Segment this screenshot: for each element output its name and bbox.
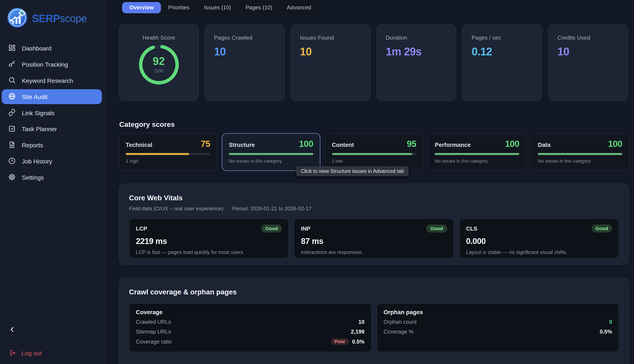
logout-icon — [9, 349, 16, 356]
sidebar-item-label: Reports — [22, 142, 43, 148]
vitals-row: LCPGood 2219 ms LCP is fast — pages load… — [129, 218, 619, 258]
sidebar-item-reports[interactable]: Reports — [2, 138, 102, 152]
chevron-left-icon[interactable] — [8, 326, 16, 334]
category-card-content[interactable]: Content95 1 low — [325, 133, 423, 171]
category-card-data[interactable]: Data100 No issues in this category — [531, 133, 629, 171]
vital-value: 87 ms — [301, 236, 447, 246]
category-scores-row: Technical75 1 high Structure100 No issue… — [119, 133, 629, 171]
logout-button[interactable]: Log out — [0, 341, 106, 364]
tab-overview[interactable]: Overview — [122, 2, 161, 13]
category-progress-fill — [435, 153, 519, 155]
sidebar-item-job-history[interactable]: Job History — [2, 154, 102, 169]
row-value-text: 0.5% — [352, 338, 364, 344]
sidebar-item-label: Task Planner — [22, 126, 57, 132]
stat-card-credits-used: Credits Used 10 — [548, 24, 628, 101]
audit-tabbar: Overview Priorities Issues (10) Pages (1… — [120, 0, 320, 15]
sidebar-item-label: Position Tracking — [22, 61, 68, 68]
category-progress-fill — [229, 153, 313, 155]
orphan-panel-title: Orphan pages — [383, 309, 612, 315]
vital-name: INP — [301, 225, 310, 232]
category-name: Content — [332, 142, 354, 148]
row-label: Orphan count — [383, 319, 416, 325]
status-badge-good: Good — [426, 224, 447, 233]
sidebar-item-label: Settings — [22, 174, 44, 181]
vital-card-cls: CLSGood 0.000 Layout is stable — no sign… — [459, 218, 619, 258]
sidebar-item-label: Keyword Research — [22, 77, 73, 84]
tab-pages[interactable]: Pages (10) — [238, 2, 280, 13]
status-badge-poor: Poor — [331, 338, 349, 345]
category-name: Structure — [229, 142, 255, 148]
core-web-vitals-card: Core Web Vitals Field data (CrUX – real … — [119, 184, 629, 265]
dashboard-icon — [8, 44, 16, 53]
key-icon — [8, 60, 16, 69]
sidebar: SERPscope Dashboard Position Tracking Ke… — [0, 0, 106, 364]
sidebar-item-label: Link Signals — [22, 110, 54, 116]
sidebar-item-link-signals[interactable]: Link Signals — [2, 105, 102, 120]
category-card-technical[interactable]: Technical75 1 high — [119, 133, 217, 171]
category-note: No issues in this category — [538, 158, 622, 164]
health-score-max: /100 — [154, 68, 163, 73]
table-row: Crawled URLs 10 — [136, 319, 364, 325]
sidebar-nav: Dashboard Position Tracking Keyword Rese… — [0, 41, 106, 186]
stat-card-duration: Duration 1m 29s — [376, 24, 456, 101]
vital-name: CLS — [466, 225, 477, 232]
vital-name: LCP — [136, 225, 147, 232]
vital-value: 0.000 — [466, 236, 612, 246]
crawl-coverage-title: Crawl coverage & orphan pages — [129, 288, 619, 296]
app-viewport: SERPscope Dashboard Position Tracking Ke… — [0, 0, 634, 364]
category-progress-track — [435, 153, 519, 155]
category-progress-fill — [538, 153, 622, 155]
row-label: Sitemap URLs — [136, 329, 171, 334]
tab-priorities[interactable]: Priorities — [161, 2, 197, 13]
category-note: 1 high — [126, 158, 210, 164]
category-name: Data — [538, 142, 551, 148]
category-score: 100 — [505, 139, 519, 149]
row-value: 0.5% — [600, 329, 612, 334]
coverage-panel: Coverage Crawled URLs 10 Sitemap URLs 2,… — [129, 303, 371, 352]
stat-label: Health Score — [128, 34, 189, 41]
sidebar-item-label: Site Audit — [22, 93, 47, 100]
stat-label: Duration — [386, 34, 447, 41]
vital-card-inp: INPGood 87 ms Interactions are responsiv… — [294, 218, 454, 258]
serpscope-logo-icon — [7, 7, 28, 30]
brand-name: SERPscope — [32, 12, 87, 25]
table-row: Coverage ratio Poor0.5% — [136, 338, 364, 345]
table-row: Coverage % 0.5% — [383, 329, 612, 334]
brand-logo: SERPscope — [7, 7, 87, 30]
sidebar-item-keyword-research[interactable]: Keyword Research — [2, 73, 102, 88]
structure-tooltip: Click to view Structure issues in Advanc… — [296, 166, 408, 176]
stat-label: Pages Crawled — [214, 34, 275, 41]
stat-label: Pages / sec — [472, 34, 533, 41]
sidebar-collapse-strip — [0, 318, 106, 341]
tab-advanced[interactable]: Advanced — [280, 2, 318, 13]
crawl-coverage-card: Crawl coverage & orphan pages Coverage C… — [119, 278, 629, 364]
stat-value: 10 — [557, 46, 619, 58]
crawl-panels-row: Coverage Crawled URLs 10 Sitemap URLs 2,… — [129, 303, 619, 352]
stat-card-health-score: Health Score 92 /100 — [119, 24, 199, 101]
sidebar-item-settings[interactable]: Settings — [2, 170, 102, 185]
link-icon — [8, 108, 16, 117]
sidebar-item-dashboard[interactable]: Dashboard — [2, 41, 102, 56]
globe-icon — [8, 92, 16, 101]
search-icon — [8, 76, 16, 85]
row-value: 2,199 — [351, 329, 364, 334]
stat-value: 10 — [300, 46, 361, 58]
tab-issues[interactable]: Issues (10) — [197, 2, 238, 13]
sidebar-item-task-planner[interactable]: Task Planner — [2, 122, 102, 136]
category-progress-fill — [126, 153, 189, 155]
category-score: 95 — [407, 139, 416, 149]
stat-value: 0.12 — [472, 46, 533, 58]
category-card-structure[interactable]: Structure100 No issues in this category — [222, 133, 320, 171]
document-icon — [8, 141, 16, 150]
sidebar-item-site-audit[interactable]: Site Audit — [2, 89, 102, 104]
clock-icon — [8, 157, 16, 166]
row-value: 10 — [358, 319, 364, 325]
category-name: Technical — [126, 142, 152, 148]
category-score: 100 — [608, 139, 622, 149]
stat-card-pages-per-sec: Pages / sec 0.12 — [462, 24, 542, 101]
vital-value: 2219 ms — [136, 236, 282, 246]
stat-value: 10 — [214, 46, 275, 58]
sidebar-item-position-tracking[interactable]: Position Tracking — [2, 57, 102, 72]
category-progress-fill — [332, 153, 412, 155]
category-card-performance[interactable]: Performance100 No issues in this categor… — [428, 133, 526, 171]
